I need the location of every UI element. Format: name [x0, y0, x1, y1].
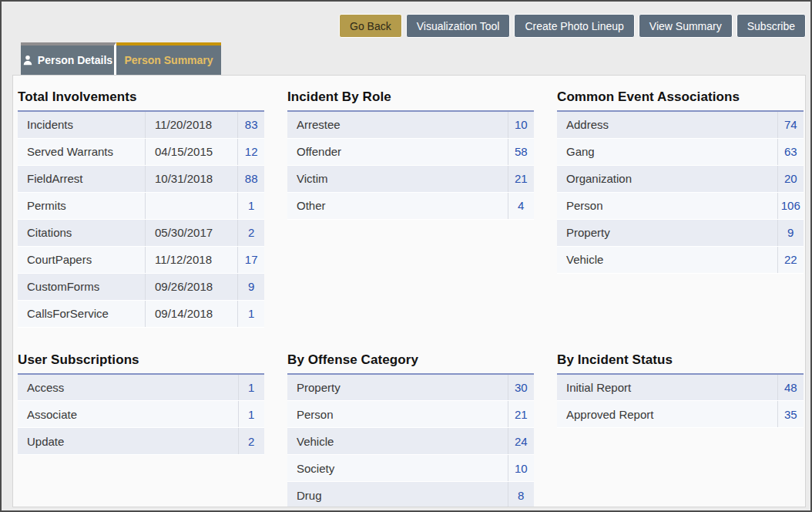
row-count-link[interactable]: 8	[508, 482, 534, 508]
panel-by-offense-category: By Offense CategoryProperty30Person21Veh…	[287, 352, 534, 508]
go-back-button[interactable]: Go Back	[339, 14, 402, 38]
row-label: FieldArrest	[18, 165, 146, 192]
row-count-link[interactable]: 30	[508, 374, 534, 401]
row-date	[146, 192, 238, 219]
panel-incident-by-role: Incident By RoleArrestee10Offender58Vict…	[287, 89, 534, 220]
row-label: Person	[287, 401, 508, 428]
row-count-link[interactable]: 9	[777, 219, 804, 246]
toolbar: Go BackVisualization ToolCreate Photo Li…	[2, 2, 810, 42]
row-count-link[interactable]: 58	[508, 138, 534, 165]
tab-person-details[interactable]: Person Details	[21, 42, 116, 75]
row-count-link[interactable]: 10	[508, 111, 534, 138]
row-label: Gang	[557, 138, 777, 165]
panel-table: Initial Report48Approved Report35	[557, 373, 804, 429]
row-count-link[interactable]: 10	[508, 455, 534, 482]
row-label: Associate	[18, 401, 238, 428]
row-label: Served Warrants	[18, 138, 146, 165]
panel-table: Property30Person21Vehicle24Society10Drug…	[287, 373, 534, 508]
row-count-link[interactable]: 106	[777, 192, 804, 219]
table-row: Citations05/30/20172	[18, 219, 264, 246]
table-row: Approved Report35	[557, 401, 804, 428]
view-summary-button[interactable]: View Summary	[639, 14, 733, 38]
tab-bar: Person Details Person Summary	[2, 42, 810, 75]
row-label: CourtPapers	[18, 246, 146, 273]
row-label: Citations	[18, 219, 146, 246]
row-count-link[interactable]: 88	[238, 165, 264, 192]
panel-total-involvements: Total InvolvementsIncidents11/20/201883S…	[18, 89, 264, 328]
panel-title: Incident By Role	[287, 89, 534, 105]
panel-table: Arrestee10Offender58Victim21Other4	[287, 110, 534, 220]
row-label: Person	[557, 192, 777, 219]
row-count-link[interactable]: 63	[777, 138, 804, 165]
panel-table: Access1Associate1Update2	[18, 373, 264, 456]
table-row: CustomForms09/26/20189	[18, 273, 264, 300]
row-count-link[interactable]: 21	[508, 165, 534, 192]
table-row: Offender58	[287, 138, 534, 165]
row-count-link[interactable]: 1	[238, 192, 264, 219]
panel-title: By Offense Category	[287, 352, 534, 368]
row-count-link[interactable]: 22	[777, 246, 804, 273]
row-label: Offender	[287, 138, 508, 165]
table-row: Permits1	[18, 192, 264, 219]
row-date: 11/20/2018	[146, 111, 238, 138]
table-row: Update2	[18, 428, 264, 455]
row-date: 11/12/2018	[146, 246, 238, 273]
row-label: Initial Report	[557, 374, 777, 401]
panel-title: Common Event Associations	[557, 89, 804, 105]
table-row: Served Warrants04/15/201512	[18, 138, 264, 165]
row-count-link[interactable]: 83	[238, 111, 264, 138]
person-icon	[22, 55, 33, 66]
subscribe-button[interactable]: Subscribe	[737, 14, 806, 38]
row-count-link[interactable]: 17	[238, 246, 264, 273]
row-count-link[interactable]: 1	[238, 300, 264, 327]
row-date: 10/31/2018	[146, 165, 238, 192]
table-row: Person106	[557, 192, 804, 219]
table-row: Person21	[287, 401, 534, 428]
row-date: 05/30/2017	[146, 219, 238, 246]
row-label: Update	[18, 428, 238, 455]
row-label: CallsForService	[18, 300, 146, 327]
panel-table: Incidents11/20/201883Served Warrants04/1…	[18, 110, 264, 328]
table-row: Incidents11/20/201883	[18, 111, 264, 138]
create-photo-lineup-button[interactable]: Create Photo Lineup	[514, 14, 634, 38]
table-row: Gang63	[557, 138, 804, 165]
panel-user-subscriptions: User SubscriptionsAccess1Associate1Updat…	[18, 352, 264, 456]
tab-label: Person Summary	[124, 54, 213, 66]
panel-by-incident-status: By Incident StatusInitial Report48Approv…	[557, 352, 804, 429]
tab-person-summary[interactable]: Person Summary	[116, 42, 221, 75]
summary-content: Total InvolvementsIncidents11/20/201883S…	[12, 75, 806, 507]
row-count-link[interactable]: 48	[777, 374, 804, 401]
panel-title: By Incident Status	[557, 352, 804, 368]
visualization-tool-button[interactable]: Visualization Tool	[406, 14, 511, 38]
row-label: Permits	[18, 192, 146, 219]
table-row: Property9	[557, 219, 804, 246]
row-count-link[interactable]: 12	[238, 138, 264, 165]
row-count-link[interactable]: 1	[238, 374, 264, 401]
row-count-link[interactable]: 24	[508, 428, 534, 455]
row-label: Victim	[287, 165, 508, 192]
row-count-link[interactable]: 4	[508, 192, 534, 219]
table-row: CourtPapers11/12/201817	[18, 246, 264, 273]
table-row: Drug8	[287, 482, 534, 508]
row-count-link[interactable]: 2	[238, 428, 264, 455]
table-row: Address74	[557, 111, 804, 138]
row-count-link[interactable]: 9	[238, 273, 264, 300]
row-count-link[interactable]: 21	[508, 401, 534, 428]
table-row: Vehicle22	[557, 246, 804, 273]
table-row: Initial Report48	[557, 374, 804, 401]
table-row: Victim21	[287, 165, 534, 192]
row-label: Incidents	[18, 111, 146, 138]
row-count-link[interactable]: 35	[777, 401, 804, 428]
row-count-link[interactable]: 1	[238, 401, 264, 428]
row-count-link[interactable]: 20	[777, 165, 804, 192]
table-row: Access1	[18, 374, 264, 401]
row-label: Address	[557, 111, 777, 138]
row-label: Property	[557, 219, 777, 246]
row-count-link[interactable]: 74	[777, 111, 804, 138]
table-row: Organization20	[557, 165, 804, 192]
row-count-link[interactable]: 2	[238, 219, 264, 246]
panel-title: Total Involvements	[18, 89, 264, 105]
table-row: Associate1	[18, 401, 264, 428]
row-label: Vehicle	[287, 428, 508, 455]
panel-common-event-associations: Common Event AssociationsAddress74Gang63…	[557, 89, 804, 274]
